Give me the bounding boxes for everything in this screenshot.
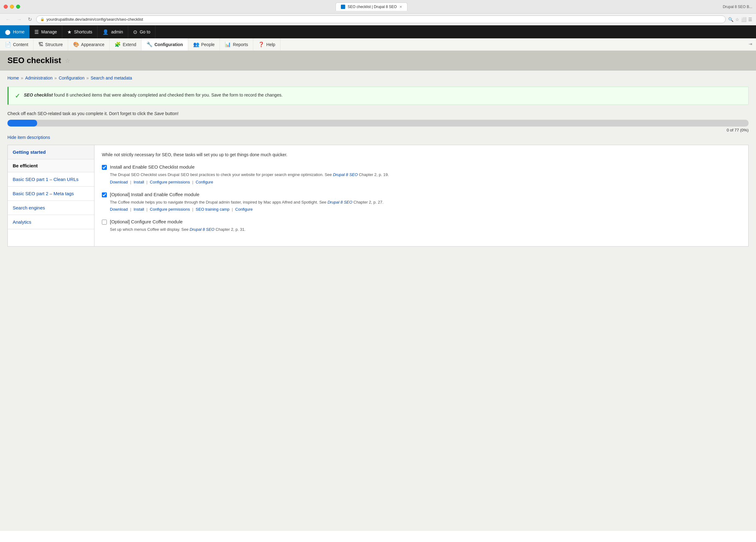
goto-label: Go to <box>140 29 150 34</box>
close-dot[interactable] <box>4 5 8 9</box>
instruction-text: Check off each SEO-related task as you c… <box>7 111 749 116</box>
hide-descriptions-toggle[interactable]: Hide item descriptions <box>7 135 50 140</box>
address-bar[interactable]: 🔒 yourdrupal8site.dev/admin/config/searc… <box>36 15 726 23</box>
checkbox-item-2[interactable] <box>102 193 107 197</box>
sidebar-link-search-engines[interactable]: Search engines <box>13 205 45 210</box>
url-text: yourdrupal8site.dev/admin/config/search/… <box>46 17 143 22</box>
help-icon: ❓ <box>258 41 264 47</box>
checklist-item-1-download[interactable]: Download <box>110 180 128 184</box>
progress-label: 0 of 77 (0%) <box>7 128 749 132</box>
breadcrumb-configuration[interactable]: Configuration <box>59 76 85 80</box>
checklist-item-2-download[interactable]: Download <box>110 207 128 212</box>
browser-title-right: Drupal 8 SEO B... <box>723 5 752 9</box>
status-text: SEO checklist found 8 unchecked items th… <box>24 92 283 98</box>
admin-toolbar: ⬤ Home ☰ Manage ★ Shortcuts 👤 admin ⊙ Go… <box>0 25 756 38</box>
refresh-button[interactable]: ↻ <box>26 16 34 23</box>
sidebar-item-analytics[interactable]: Analytics <box>8 215 94 229</box>
manage-label: Manage <box>41 29 57 34</box>
content-icon: 📄 <box>5 41 11 47</box>
checklist-item-2-book-link[interactable]: Drupal 8 SEO <box>328 200 352 205</box>
sidebar-item-basic-seo-2[interactable]: Basic SEO part 2 – Meta tags <box>8 187 94 201</box>
checklist-item-3-title: [Optional] Configure Coffee module <box>110 219 183 224</box>
menu-icon[interactable]: ☰ <box>748 17 752 22</box>
progress-bar-bg <box>7 120 749 127</box>
nav-extend[interactable]: 🧩 Extend <box>110 38 141 50</box>
home-nav-item[interactable]: ⬤ Home <box>0 25 29 38</box>
breadcrumb-search-metadata[interactable]: Search and metadata <box>91 76 132 80</box>
checkbox-item-1[interactable] <box>102 165 107 170</box>
nav-content[interactable]: 📄 Content <box>0 38 33 50</box>
sidebar-link-basic-seo-1[interactable]: Basic SEO part 1 – Clean URLs <box>13 177 79 182</box>
breadcrumb: Home » Administration » Configuration » … <box>7 76 749 80</box>
nav-expand-btn[interactable]: ⇥ <box>745 38 756 50</box>
structure-icon: 🏗 <box>38 42 43 47</box>
checklist-item-1-desc: The Drupal SEO Checklist uses Drupal SEO… <box>110 172 741 178</box>
nav-reports[interactable]: 📊 Reports <box>220 38 253 50</box>
goto-nav-item[interactable]: ⊙ Go to <box>128 25 155 38</box>
page-content: SEO checklist ☆ Home » Administration » … <box>0 51 756 531</box>
minimize-dot[interactable] <box>10 5 14 9</box>
sidebar-link-getting-started[interactable]: Getting started <box>13 150 46 155</box>
checklist-item-2-links: Download | Install | Configure permissio… <box>110 207 741 212</box>
sidebar-item-search-engines[interactable]: Search engines <box>8 201 94 215</box>
browser-chrome: SEO checklist | Drupal 8 SEO ✕ Drupal 8 … <box>0 0 756 25</box>
admin-user-label: admin <box>111 29 123 34</box>
breadcrumb-sep-3: » <box>86 76 89 80</box>
sidebar-link-basic-seo-2[interactable]: Basic SEO part 2 – Meta tags <box>13 191 74 196</box>
nav-appearance[interactable]: 🎨 Appearance <box>68 38 110 50</box>
breadcrumb-home[interactable]: Home <box>7 76 19 80</box>
nav-people[interactable]: 👥 People <box>188 38 220 50</box>
checklist-item-1-configure[interactable]: Configure <box>196 180 213 184</box>
checklist-item-3-book-link[interactable]: Drupal 8 SEO <box>190 227 215 232</box>
nav-help[interactable]: ❓ Help <box>253 38 280 50</box>
bookmark-icon[interactable]: ☆ <box>735 17 739 22</box>
checklist-item-2-configure-perms[interactable]: Configure permissions <box>150 207 190 212</box>
checklist-item-1-book-link[interactable]: Drupal 8 SEO <box>333 172 358 177</box>
sidebar-item-getting-started[interactable]: Getting started <box>8 145 94 159</box>
sidebar-item-basic-seo-1[interactable]: Basic SEO part 1 – Clean URLs <box>8 172 94 187</box>
shortcuts-nav-item[interactable]: ★ Shortcuts <box>62 25 98 38</box>
checklist-item-1-install[interactable]: Install <box>133 180 144 184</box>
page-body: Home » Administration » Configuration » … <box>0 71 756 252</box>
sidebar-link-analytics[interactable]: Analytics <box>13 219 31 225</box>
forward-button[interactable]: → <box>15 16 24 23</box>
tab-favicon <box>341 5 345 9</box>
admin-user-nav-item[interactable]: 👤 admin <box>98 25 128 38</box>
checklist-item-2-title: [Optional] Install and Enable Coffee mod… <box>110 192 199 197</box>
back-button[interactable]: ← <box>4 16 12 23</box>
maximize-dot[interactable] <box>16 5 20 9</box>
checklist-item-1-title: Install and Enable SEO Checklist module <box>110 164 194 170</box>
window-icon[interactable]: ⬜ <box>741 17 746 22</box>
browser-tab[interactable]: SEO checklist | Drupal 8 SEO ✕ <box>336 2 407 11</box>
help-label: Help <box>266 42 275 47</box>
nav-structure[interactable]: 🏗 Structure <box>33 38 68 50</box>
manage-nav-item[interactable]: ☰ Manage <box>29 25 62 38</box>
checklist-item-2-desc: The Coffee module helps you to navigate … <box>110 199 741 206</box>
extend-label: Extend <box>123 42 136 47</box>
progress-bar-fill <box>7 120 37 127</box>
lock-icon: 🔒 <box>40 17 45 21</box>
tab-close-btn[interactable]: ✕ <box>399 5 402 9</box>
checklist-layout: Getting started Be efficient Basic SEO p… <box>7 145 749 247</box>
extend-icon: 🧩 <box>115 41 121 47</box>
checklist-item-2-seo-training[interactable]: SEO training camp <box>196 207 229 212</box>
breadcrumb-sep-2: » <box>54 76 57 80</box>
bookmark-page-icon[interactable]: ☆ <box>65 57 70 64</box>
checklist-item-2-configure[interactable]: Configure <box>235 207 253 212</box>
nav-configuration[interactable]: 🔧 Configuration <box>141 38 188 50</box>
status-message: ✓ SEO checklist found 8 unchecked items … <box>7 87 749 105</box>
configuration-label: Configuration <box>154 42 183 47</box>
people-icon: 👥 <box>193 41 199 47</box>
shortcuts-label: Shortcuts <box>74 29 92 34</box>
checklist-item-3-desc: Set up which menus Coffee will display. … <box>110 227 741 233</box>
checkbox-item-3[interactable] <box>102 220 107 225</box>
page-title: SEO checklist <box>7 56 61 65</box>
page-header: SEO checklist ☆ <box>0 51 756 71</box>
zoom-icon[interactable]: 🔍 <box>728 17 733 22</box>
checklist-item-1-configure-perms[interactable]: Configure permissions <box>150 180 190 184</box>
reports-icon: 📊 <box>225 41 231 47</box>
tab-label: SEO checklist | Drupal 8 SEO <box>348 5 397 9</box>
breadcrumb-administration[interactable]: Administration <box>25 76 53 80</box>
home-icon: ⬤ <box>5 29 11 35</box>
checklist-item-2-install[interactable]: Install <box>133 207 144 212</box>
